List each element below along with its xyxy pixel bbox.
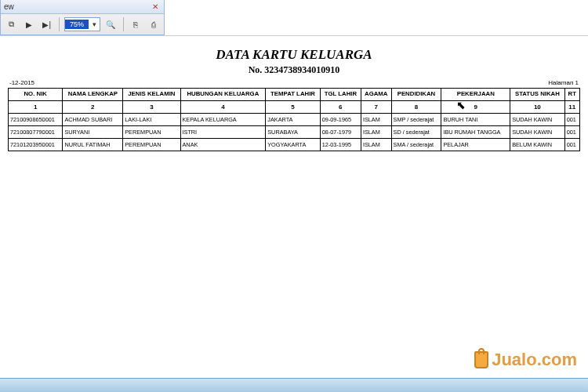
report-page: DATA KARTU KELUARGA No. 3234738934010910…: [0, 35, 588, 372]
page-number: Halaman 1: [548, 79, 579, 86]
zoom-icon[interactable]: 🔍: [103, 16, 118, 32]
col-tempat: TEMPAT LAHIR: [266, 89, 321, 101]
col-nikah: STATUS NIKAH: [510, 89, 565, 101]
exit-icon[interactable]: ⎘: [129, 16, 143, 32]
toolbar-separator: [59, 17, 60, 31]
col-pendidikan: PENDIDIKAN: [391, 89, 441, 101]
zoom-select[interactable]: 75% ▾: [64, 17, 100, 31]
document-subtitle: No. 3234738934010910: [8, 64, 580, 76]
toolbar: ⧉ ▶ ▶| 75% ▾ 🔍 ⎘ ⎙: [1, 14, 164, 34]
window-title: ew: [4, 2, 14, 11]
col-tgl: TGL LAHIR: [320, 89, 361, 101]
table-row: 72100908650001 ACHMAD SUBARI LAKI-LAKI K…: [9, 113, 580, 125]
col-nik: NO. NIK: [9, 89, 63, 101]
watermark-text: Jualo.com: [492, 350, 577, 370]
print-icon[interactable]: ⎙: [146, 16, 161, 32]
table-header-row: NO. NIK NAMA LENGKAP JENIS KELAMIN HUBUN…: [9, 89, 580, 101]
status-bar: [0, 378, 588, 392]
table-row: 72101203950001 NURUL FATIMAH PEREMPUAN A…: [9, 138, 580, 151]
nav-next-icon[interactable]: ▶|: [39, 16, 54, 32]
zoom-value: 75%: [65, 20, 89, 29]
col-jk: JENIS KELAMIN: [123, 89, 180, 101]
col-pekerjaan: PEKERJAAN: [441, 89, 510, 101]
kk-table: NO. NIK NAMA LENGKAP JENIS KELAMIN HUBUN…: [8, 88, 580, 151]
col-agama: AGAMA: [361, 89, 391, 101]
bag-icon: [474, 351, 488, 368]
preview-toolbar-window: ew ✕ ⧉ ▶ ▶| 75% ▾ 🔍 ⎘ ⎙: [0, 0, 165, 35]
col-rt: RT: [564, 89, 579, 101]
col-nama: NAMA LENGKAP: [63, 89, 123, 101]
watermark-logo: Jualo.com: [474, 350, 577, 370]
close-icon[interactable]: ✕: [150, 2, 161, 13]
col-hub: HUBUNGAN KELUARGA: [180, 89, 266, 101]
table-index-row: 1 2 3 4 5 6 7 8 9 10 11: [9, 100, 580, 113]
document-title: DATA KARTU KELUARGA: [8, 47, 580, 63]
table-row: 72100807790001 SURYANI PEREMPUAN ISTRI S…: [9, 125, 580, 138]
window-titlebar: ew ✕: [1, 0, 164, 14]
nav-prev-icon[interactable]: ▶: [22, 16, 37, 32]
document-meta: -12-2015 Halaman 1: [8, 79, 580, 86]
document-date: -12-2015: [9, 79, 34, 86]
toolbar-separator: [123, 17, 124, 31]
copy-icon[interactable]: ⧉: [4, 16, 19, 32]
chevron-down-icon: ▾: [89, 20, 100, 28]
